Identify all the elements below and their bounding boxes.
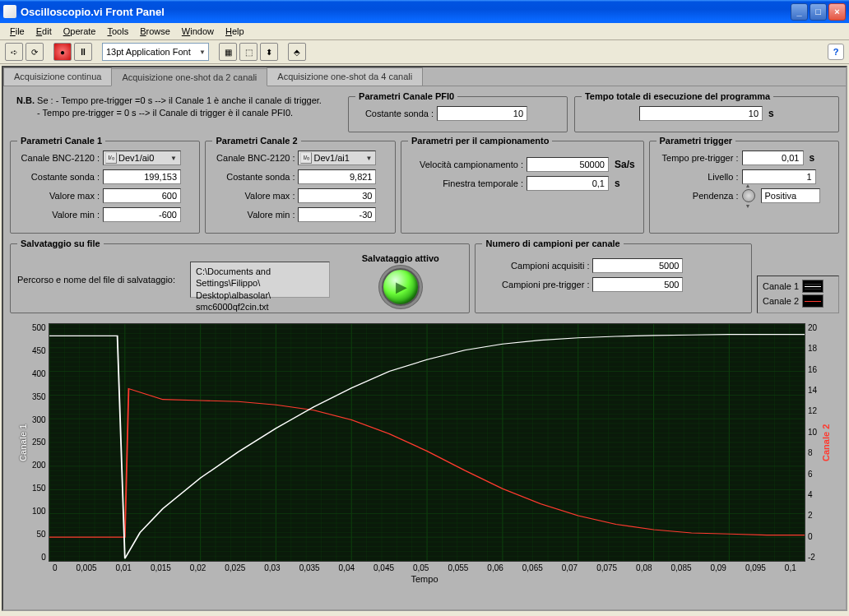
label-camp-vel: Velocità campionamento :: [408, 160, 523, 169]
chart-legend: Canale 1 Canale 2: [757, 276, 839, 313]
input-pfi0-costante[interactable]: [437, 106, 527, 121]
label-c1-device: Canale BNC-2120 :: [17, 153, 100, 163]
window-titlebar: Oscilloscopio.vi Front Panel _ □ ×: [0, 0, 849, 23]
label-c1-vmax: Valore max :: [17, 191, 100, 201]
y2-ticks: 20181614121086420-2: [805, 323, 819, 562]
chart-container: Canale 1 500450400350300250200150100500 …: [10, 318, 839, 586]
unit-camp-fin: s: [612, 178, 620, 189]
label-c2-device: Canale BNC-2120 :: [212, 153, 295, 163]
input-c2-costante[interactable]: [298, 169, 376, 184]
legend-pfi0: Parametri Canale PFI0: [355, 91, 457, 101]
menu-operate[interactable]: Operate: [58, 25, 101, 38]
input-trig-liv[interactable]: [742, 169, 816, 184]
input-c1-vmax[interactable]: [103, 188, 181, 203]
group-pfi0: Parametri Canale PFI0 Costante sonda :: [348, 91, 568, 132]
y2-axis-label: Canale 2: [819, 323, 833, 562]
label-trig-pre: Tempo pre-trigger :: [656, 153, 739, 163]
input-camp-acq[interactable]: [592, 258, 683, 273]
reorder-button[interactable]: ⬘: [288, 43, 306, 61]
legend-trigger: Parametri trigger: [656, 136, 736, 146]
menu-tools[interactable]: Tools: [102, 25, 133, 38]
label-c2-costante: Costante sonda :: [212, 172, 295, 182]
resize-button[interactable]: ⬍: [260, 43, 278, 61]
menu-window[interactable]: Window: [177, 25, 219, 38]
legend-tempo-totale: Tempo totale di esecuzione del programma: [582, 91, 773, 101]
help-icon[interactable]: ?: [828, 44, 844, 60]
legend-campioni: Numero di campioni per canale: [482, 239, 623, 248]
legend-canale2: Parametri Canale 2: [212, 136, 300, 146]
plot-area[interactable]: [49, 323, 805, 562]
toolbar: ➪ ⟳ ● II 13pt Application Font ▦ ⬚ ⬍ ⬘ ?: [0, 40, 849, 64]
maximize-button[interactable]: □: [810, 3, 827, 21]
y1-ticks: 500450400350300250200150100500: [30, 323, 49, 562]
y1-axis-label: Canale 1: [16, 323, 30, 562]
tab-strip: Acquisizione continua Acquisizione one-s…: [3, 67, 846, 86]
label-save-path: Percorso e nome del file di salvataggio:: [17, 275, 182, 285]
label-camp-pre: Campioni pre-trigger :: [482, 280, 589, 289]
unit-tempo-totale: s: [766, 108, 774, 119]
input-c1-costante[interactable]: [103, 169, 181, 184]
note-text: N.B. Se : - Tempo pre-trigger =0 s --> i…: [10, 91, 341, 132]
pause-button[interactable]: II: [74, 43, 92, 61]
label-save-active: Salvataggio attivo: [338, 253, 462, 263]
select-c1-device[interactable]: I/₀Dev1/ai0: [103, 151, 181, 165]
menu-edit[interactable]: Edit: [31, 25, 57, 38]
minimize-button[interactable]: _: [791, 3, 808, 21]
label-c2-vmin: Valore min :: [212, 210, 295, 220]
legend-save: Salvataggio su file: [17, 239, 104, 248]
input-save-path[interactable]: C:\Documents and Settings\Filippo\ Deskt…: [190, 262, 330, 298]
label-camp-acq: Campioni acquisiti :: [482, 261, 589, 271]
font-selector[interactable]: 13pt Application Font: [102, 43, 209, 61]
group-tempo-totale: Tempo totale di esecuzione del programma…: [574, 91, 839, 132]
group-campioni: Numero di campioni per canale Campioni a…: [475, 239, 752, 313]
input-tempo-totale[interactable]: [639, 106, 763, 121]
label-c1-vmin: Valore min :: [17, 210, 100, 220]
legend-ch2-swatch: [802, 294, 823, 308]
input-trig-pend[interactable]: [761, 188, 820, 203]
label-c2-vmax: Valore max :: [212, 191, 295, 201]
tab-content: N.B. Se : - Tempo pre-trigger =0 s --> i…: [3, 86, 846, 591]
align-button[interactable]: ▦: [219, 43, 237, 61]
close-button[interactable]: ×: [828, 3, 846, 21]
select-c2-device[interactable]: I/₀Dev1/ai1: [298, 151, 376, 165]
input-trig-pre[interactable]: [742, 151, 804, 165]
label-c1-costante: Costante sonda :: [17, 172, 100, 182]
tab-acq-continua[interactable]: Acquisizione continua: [3, 67, 112, 86]
group-trigger: Parametri trigger Tempo pre-trigger : s …: [649, 136, 839, 234]
tab-acq-oneshot-2[interactable]: Acquisizione one-shot da 2 canali: [111, 68, 267, 86]
input-c1-vmin[interactable]: [103, 207, 181, 222]
legend-ch1-swatch: [802, 280, 823, 293]
legend-ch2-label: Canale 2: [763, 296, 799, 306]
label-camp-fin: Finestra temporale :: [408, 178, 523, 188]
unit-camp-vel: Sa/s: [612, 159, 635, 170]
menu-bar: File Edit Operate Tools Browse Window He…: [0, 23, 849, 40]
font-label: 13pt Application Font: [106, 47, 191, 57]
window-title: Oscilloscopio.vi Front Panel: [21, 6, 791, 18]
app-icon: [3, 5, 16, 18]
menu-browse[interactable]: Browse: [135, 25, 175, 38]
run-button[interactable]: ➪: [5, 43, 23, 61]
distribute-button[interactable]: ⬚: [239, 43, 257, 61]
abort-button[interactable]: ●: [53, 43, 72, 61]
group-campionamento: Parametri per il campionamento Velocità …: [401, 136, 644, 234]
legend-camp: Parametri per il campionamento: [408, 136, 553, 146]
button-save-active[interactable]: [382, 268, 420, 306]
menu-file[interactable]: File: [5, 25, 30, 38]
legend-ch1-label: Canale 1: [763, 281, 799, 291]
input-camp-pre[interactable]: [592, 277, 683, 292]
input-camp-vel[interactable]: [527, 157, 609, 172]
x-ticks: 00,0050,010,0150,020,0250,030,0350,040,0…: [53, 562, 796, 572]
input-c2-vmax[interactable]: [298, 188, 376, 203]
input-camp-fin[interactable]: [527, 176, 609, 191]
toggle-pendenza[interactable]: [742, 189, 755, 202]
tab-acq-oneshot-4[interactable]: Acquisizione one-shot da 4 canali: [267, 67, 423, 86]
group-canale2: Parametri Canale 2 Canale BNC-2120 : I/₀…: [205, 136, 395, 234]
legend-canale1: Parametri Canale 1: [17, 136, 105, 146]
menu-help[interactable]: Help: [220, 25, 249, 38]
label-trig-liv: Livello :: [656, 172, 739, 182]
unit-trig-pre: s: [807, 152, 815, 164]
input-c2-vmin[interactable]: [298, 207, 376, 222]
x-axis-label: Tempo: [16, 572, 833, 584]
label-trig-pend: Pendenza :: [656, 191, 739, 201]
run-continuous-button[interactable]: ⟳: [26, 43, 44, 61]
